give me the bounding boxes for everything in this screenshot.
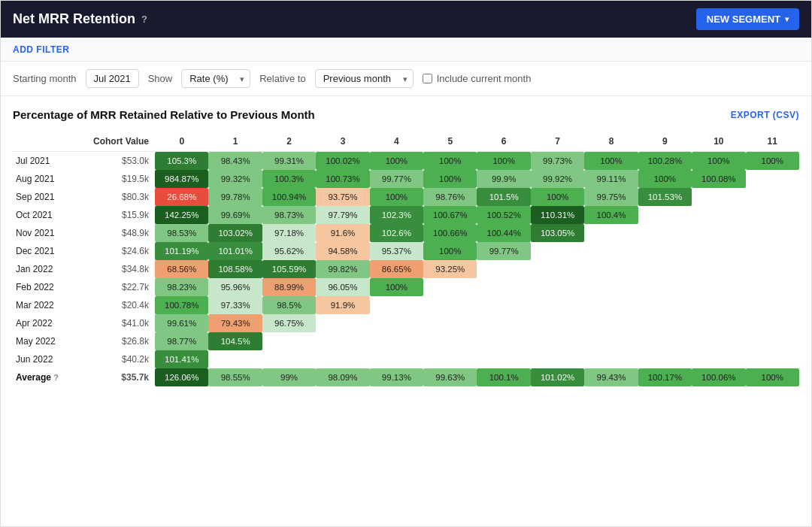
include-current-month-checkbox[interactable] [423, 74, 432, 83]
table-cell: 100.73% [316, 170, 369, 188]
table-cell [531, 278, 584, 296]
row-month-label: Aug 2021 [13, 170, 84, 188]
table-cell [692, 206, 745, 224]
average-cohort-value: $35.7k [84, 368, 156, 386]
col-header-5: 5 [423, 132, 477, 152]
table-cell [208, 350, 262, 368]
new-segment-button[interactable]: NEW SEGMENT ▾ [696, 8, 799, 30]
table-cell: 101.41% [155, 350, 208, 368]
col-header-cohort: Cohort Value [84, 132, 156, 152]
row-cohort-value: $20.4k [84, 296, 156, 314]
table-cell [746, 206, 799, 224]
table-cell: 96.05% [316, 278, 369, 296]
table-cell: 103.02% [208, 224, 262, 242]
table-cell: 100.52% [477, 206, 530, 224]
starting-month-value[interactable]: Jul 2021 [86, 69, 139, 88]
table-cell [638, 278, 692, 296]
row-month-label: Feb 2022 [13, 278, 84, 296]
table-cell [316, 350, 369, 368]
table-cell [638, 206, 692, 224]
table-cell: 100.3% [262, 170, 316, 188]
table-cell: 99.77% [477, 242, 530, 260]
row-cohort-value: $15.9k [84, 206, 156, 224]
table-cell [423, 278, 477, 296]
average-cell: 99.43% [584, 368, 638, 386]
relative-to-label: Relative to [259, 73, 305, 84]
relative-to-select[interactable]: Previous month First month [315, 69, 414, 88]
table-row: Jun 2022$40.2k101.41% [13, 350, 799, 368]
table-cell: 97.79% [316, 206, 369, 224]
table-cell: 88.99% [262, 278, 316, 296]
row-month-label: Jun 2022 [13, 350, 84, 368]
table-cell: 984.87% [155, 170, 208, 188]
table-cell: 98.43% [208, 152, 262, 171]
row-cohort-value: $19.5k [84, 170, 156, 188]
table-cell [531, 332, 584, 350]
retention-table: Cohort Value 0 1 2 3 4 5 6 7 8 9 10 11 [13, 132, 799, 386]
table-cell: 100% [477, 152, 530, 171]
include-current-month-checkbox-label[interactable]: Include current month [423, 73, 532, 84]
table-cell [370, 332, 423, 350]
table-cell: 98.23% [155, 278, 208, 296]
table-cell [692, 350, 745, 368]
average-help-icon[interactable]: ? [53, 373, 59, 382]
table-cell [746, 278, 799, 296]
table-cell [584, 260, 638, 278]
table-cell [638, 350, 692, 368]
table-row: May 2022$26.8k98.77%104.5% [13, 332, 799, 350]
table-cell: 100% [692, 152, 745, 171]
table-cell: 100.08% [692, 170, 745, 188]
average-cell: 99% [262, 368, 316, 386]
average-label: Average ? [13, 368, 84, 386]
table-cell: 99.61% [155, 314, 208, 332]
average-cell: 99.13% [370, 368, 423, 386]
row-cohort-value: $41.0k [84, 314, 156, 332]
table-cell: 100% [370, 278, 423, 296]
table-cell: 99.11% [584, 170, 638, 188]
table-cell: 100.4% [584, 206, 638, 224]
row-month-label: Nov 2021 [13, 224, 84, 242]
help-icon[interactable]: ? [141, 14, 147, 25]
col-header-10: 10 [692, 132, 745, 152]
table-cell: 100% [423, 242, 477, 260]
col-header-9: 9 [638, 132, 692, 152]
average-cell: 126.06% [155, 368, 208, 386]
show-select[interactable]: Rate (%) Absolute [181, 69, 250, 88]
table-cell: 93.25% [423, 260, 477, 278]
table-cell [316, 314, 369, 332]
table-row: Sep 2021$80.3k26.68%99.78%100.94%93.75%1… [13, 188, 799, 206]
table-cell: 95.96% [208, 278, 262, 296]
table-cell: 100% [638, 170, 692, 188]
table-cell [584, 332, 638, 350]
table-cell [477, 350, 530, 368]
table-cell: 26.68% [155, 188, 208, 206]
table-cell [692, 260, 745, 278]
table-cell: 99.82% [316, 260, 369, 278]
table-cell [423, 350, 477, 368]
retention-table-wrapper: Cohort Value 0 1 2 3 4 5 6 7 8 9 10 11 [13, 132, 799, 386]
export-csv-link[interactable]: EXPORT (CSV) [731, 110, 799, 120]
table-cell [531, 296, 584, 314]
table-cell: 100.67% [423, 206, 477, 224]
table-cell [477, 332, 530, 350]
table-cell: 99.92% [531, 170, 584, 188]
table-cell: 100% [746, 152, 799, 171]
add-filter-link[interactable]: ADD FILTER [13, 44, 69, 55]
table-row: Dec 2021$24.6k101.19%101.01%95.62%94.58%… [13, 242, 799, 260]
table-cell [423, 296, 477, 314]
table-cell [477, 314, 530, 332]
table-cell: 101.19% [155, 242, 208, 260]
table-cell: 100% [584, 152, 638, 171]
table-cell [638, 242, 692, 260]
table-cell: 91.6% [316, 224, 369, 242]
row-month-label: Dec 2021 [13, 242, 84, 260]
table-cell: 91.9% [316, 296, 369, 314]
table-cell [692, 332, 745, 350]
table-cell: 86.65% [370, 260, 423, 278]
table-cell [746, 332, 799, 350]
row-month-label: Jan 2022 [13, 260, 84, 278]
table-cell: 101.5% [477, 188, 530, 206]
table-cell: 100% [423, 170, 477, 188]
table-cell [262, 332, 316, 350]
table-cell: 79.43% [208, 314, 262, 332]
